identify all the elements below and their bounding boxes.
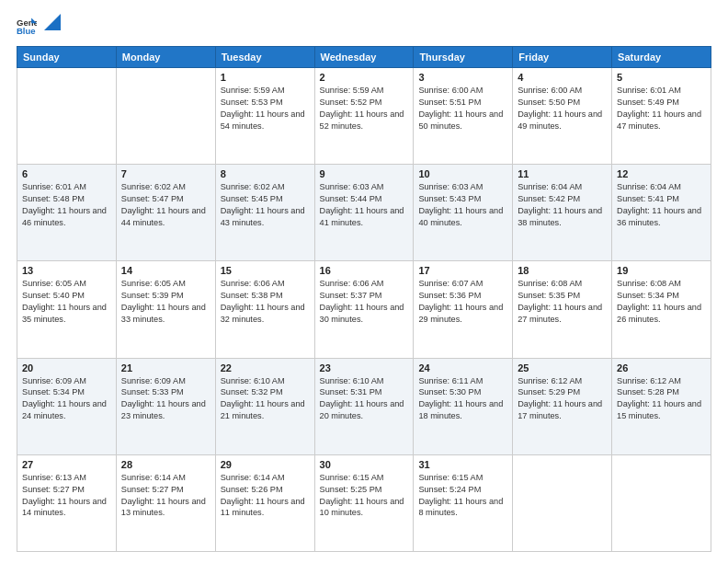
calendar-cell: 22Sunrise: 6:10 AMSunset: 5:32 PMDayligh… — [215, 358, 314, 454]
page: General Blue SundayMondayTuesdayWednesda… — [0, 0, 728, 563]
calendar-cell: 6Sunrise: 6:01 AMSunset: 5:48 PMDaylight… — [17, 165, 117, 261]
logo: General Blue — [17, 17, 61, 37]
day-number: 12 — [617, 168, 706, 179]
weekday-header: Tuesday — [215, 47, 314, 68]
calendar-cell: 28Sunrise: 6:14 AMSunset: 5:27 PMDayligh… — [116, 454, 215, 551]
day-info: Sunrise: 6:14 AMSunset: 5:27 PMDaylight:… — [121, 472, 210, 520]
day-number: 20 — [22, 362, 111, 373]
calendar-cell — [116, 68, 215, 165]
day-number: 13 — [22, 265, 111, 276]
day-info: Sunrise: 6:13 AMSunset: 5:27 PMDaylight:… — [22, 472, 111, 520]
calendar-cell: 16Sunrise: 6:06 AMSunset: 5:37 PMDayligh… — [314, 261, 414, 358]
calendar-cell: 9Sunrise: 6:03 AMSunset: 5:44 PMDaylight… — [314, 165, 414, 261]
day-info: Sunrise: 6:10 AMSunset: 5:32 PMDaylight:… — [221, 375, 310, 423]
weekday-header: Wednesday — [314, 47, 414, 68]
calendar-cell: 29Sunrise: 6:14 AMSunset: 5:26 PMDayligh… — [215, 454, 314, 551]
calendar-table: SundayMondayTuesdayWednesdayThursdayFrid… — [17, 46, 711, 552]
day-number: 14 — [121, 265, 210, 276]
weekday-header: Saturday — [612, 47, 711, 68]
day-info: Sunrise: 6:11 AMSunset: 5:30 PMDaylight:… — [418, 375, 507, 423]
day-info: Sunrise: 6:00 AMSunset: 5:50 PMDaylight:… — [518, 85, 607, 132]
svg-marker-3 — [44, 14, 61, 30]
day-info: Sunrise: 6:04 AMSunset: 5:41 PMDaylight:… — [617, 181, 706, 229]
day-info: Sunrise: 6:07 AMSunset: 5:36 PMDaylight:… — [418, 278, 507, 326]
calendar-cell: 27Sunrise: 6:13 AMSunset: 5:27 PMDayligh… — [17, 454, 117, 551]
calendar-cell — [612, 454, 711, 551]
calendar-cell: 14Sunrise: 6:05 AMSunset: 5:39 PMDayligh… — [116, 261, 215, 358]
calendar-cell: 20Sunrise: 6:09 AMSunset: 5:34 PMDayligh… — [17, 358, 117, 454]
day-info: Sunrise: 6:03 AMSunset: 5:44 PMDaylight:… — [320, 181, 409, 229]
day-number: 6 — [22, 168, 111, 179]
day-info: Sunrise: 6:02 AMSunset: 5:45 PMDaylight:… — [221, 181, 310, 229]
day-info: Sunrise: 6:08 AMSunset: 5:35 PMDaylight:… — [518, 278, 607, 326]
day-number: 3 — [418, 72, 507, 83]
day-number: 7 — [121, 168, 210, 179]
header: General Blue — [17, 17, 711, 37]
calendar-cell: 5Sunrise: 6:01 AMSunset: 5:49 PMDaylight… — [612, 68, 711, 165]
day-number: 8 — [221, 168, 310, 179]
calendar-cell — [17, 68, 117, 165]
day-info: Sunrise: 6:15 AMSunset: 5:24 PMDaylight:… — [418, 472, 507, 520]
calendar-cell: 15Sunrise: 6:06 AMSunset: 5:38 PMDayligh… — [215, 261, 314, 358]
day-number: 19 — [617, 265, 706, 276]
logo-triangle-icon — [44, 14, 61, 30]
day-info: Sunrise: 5:59 AMSunset: 5:53 PMDaylight:… — [221, 85, 310, 132]
day-info: Sunrise: 6:03 AMSunset: 5:43 PMDaylight:… — [418, 181, 507, 229]
calendar-cell: 10Sunrise: 6:03 AMSunset: 5:43 PMDayligh… — [414, 165, 513, 261]
calendar-cell: 31Sunrise: 6:15 AMSunset: 5:24 PMDayligh… — [414, 454, 513, 551]
calendar-cell: 23Sunrise: 6:10 AMSunset: 5:31 PMDayligh… — [314, 358, 414, 454]
day-number: 25 — [518, 362, 607, 373]
calendar-cell: 8Sunrise: 6:02 AMSunset: 5:45 PMDaylight… — [215, 165, 314, 261]
day-number: 5 — [617, 72, 706, 83]
day-info: Sunrise: 6:09 AMSunset: 5:33 PMDaylight:… — [121, 375, 210, 423]
calendar-cell: 12Sunrise: 6:04 AMSunset: 5:41 PMDayligh… — [612, 165, 711, 261]
calendar-cell — [513, 454, 612, 551]
day-info: Sunrise: 6:15 AMSunset: 5:25 PMDaylight:… — [320, 472, 409, 520]
day-number: 11 — [518, 168, 607, 179]
calendar-cell: 11Sunrise: 6:04 AMSunset: 5:42 PMDayligh… — [513, 165, 612, 261]
day-info: Sunrise: 6:04 AMSunset: 5:42 PMDaylight:… — [518, 181, 607, 229]
day-info: Sunrise: 6:05 AMSunset: 5:40 PMDaylight:… — [22, 278, 111, 326]
day-info: Sunrise: 6:08 AMSunset: 5:34 PMDaylight:… — [617, 278, 706, 326]
day-number: 10 — [418, 168, 507, 179]
day-number: 23 — [320, 362, 409, 373]
day-number: 2 — [320, 72, 409, 83]
calendar-cell: 21Sunrise: 6:09 AMSunset: 5:33 PMDayligh… — [116, 358, 215, 454]
day-number: 18 — [518, 265, 607, 276]
day-number: 31 — [418, 459, 507, 470]
calendar-cell: 18Sunrise: 6:08 AMSunset: 5:35 PMDayligh… — [513, 261, 612, 358]
weekday-header: Sunday — [17, 47, 117, 68]
calendar-cell: 1Sunrise: 5:59 AMSunset: 5:53 PMDaylight… — [215, 68, 314, 165]
day-info: Sunrise: 6:00 AMSunset: 5:51 PMDaylight:… — [418, 85, 507, 132]
day-info: Sunrise: 5:59 AMSunset: 5:52 PMDaylight:… — [320, 85, 409, 132]
calendar-cell: 3Sunrise: 6:00 AMSunset: 5:51 PMDaylight… — [414, 68, 513, 165]
day-number: 30 — [320, 459, 409, 470]
weekday-header: Monday — [116, 47, 215, 68]
calendar-cell: 4Sunrise: 6:00 AMSunset: 5:50 PMDaylight… — [513, 68, 612, 165]
day-number: 28 — [121, 459, 210, 470]
day-number: 21 — [121, 362, 210, 373]
day-info: Sunrise: 6:05 AMSunset: 5:39 PMDaylight:… — [121, 278, 210, 326]
calendar-cell: 2Sunrise: 5:59 AMSunset: 5:52 PMDaylight… — [314, 68, 414, 165]
calendar-cell: 17Sunrise: 6:07 AMSunset: 5:36 PMDayligh… — [414, 261, 513, 358]
day-info: Sunrise: 6:12 AMSunset: 5:28 PMDaylight:… — [617, 375, 706, 423]
calendar-cell: 25Sunrise: 6:12 AMSunset: 5:29 PMDayligh… — [513, 358, 612, 454]
day-info: Sunrise: 6:01 AMSunset: 5:49 PMDaylight:… — [617, 85, 706, 132]
day-number: 4 — [518, 72, 607, 83]
day-info: Sunrise: 6:06 AMSunset: 5:37 PMDaylight:… — [320, 278, 409, 326]
day-number: 15 — [221, 265, 310, 276]
day-number: 1 — [221, 72, 310, 83]
day-info: Sunrise: 6:02 AMSunset: 5:47 PMDaylight:… — [121, 181, 210, 229]
svg-text:Blue: Blue — [17, 26, 36, 36]
day-info: Sunrise: 6:06 AMSunset: 5:38 PMDaylight:… — [221, 278, 310, 326]
day-number: 27 — [22, 459, 111, 470]
calendar-cell: 30Sunrise: 6:15 AMSunset: 5:25 PMDayligh… — [314, 454, 414, 551]
calendar-cell: 19Sunrise: 6:08 AMSunset: 5:34 PMDayligh… — [612, 261, 711, 358]
calendar-cell: 26Sunrise: 6:12 AMSunset: 5:28 PMDayligh… — [612, 358, 711, 454]
weekday-header: Friday — [513, 47, 612, 68]
logo-icon: General Blue — [17, 17, 37, 37]
calendar-cell: 24Sunrise: 6:11 AMSunset: 5:30 PMDayligh… — [414, 358, 513, 454]
day-number: 24 — [418, 362, 507, 373]
day-info: Sunrise: 6:09 AMSunset: 5:34 PMDaylight:… — [22, 375, 111, 423]
day-number: 29 — [221, 459, 310, 470]
